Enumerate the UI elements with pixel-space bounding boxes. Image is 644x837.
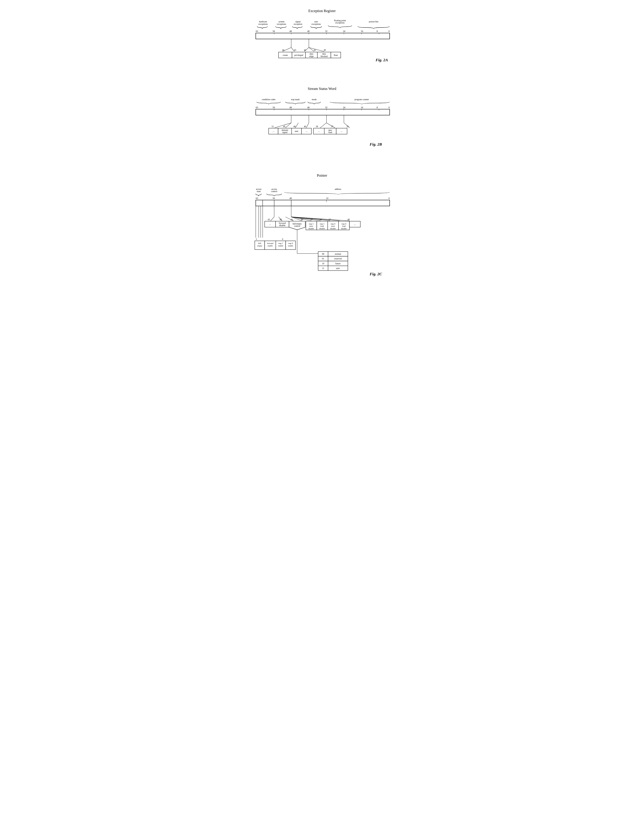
- svg-line-82: [326, 123, 335, 128]
- svg-text:user: user: [295, 130, 298, 132]
- svg-text:disable: disable: [308, 227, 314, 230]
- svg-text:condition codes: condition codes: [262, 98, 276, 101]
- svg-text:empty: empty: [257, 245, 262, 247]
- svg-text:privileged: privileged: [294, 54, 303, 56]
- svg-line-75: [274, 123, 291, 128]
- svg-text:8: 8: [376, 30, 378, 33]
- svg-text:hardware: hardware: [259, 20, 267, 23]
- svg-text:trap 1: trap 1: [278, 242, 283, 245]
- svg-line-34: [309, 48, 324, 51]
- svg-text:61: 61: [291, 218, 293, 221]
- fig2c-title: Pointer: [253, 174, 391, 177]
- svg-text:48: 48: [289, 30, 292, 33]
- svg-text:full/empty: full/empty: [292, 223, 302, 225]
- fig2b-section: Stream Status Word condition codes trap …: [246, 82, 398, 169]
- svg-text:program counter: program counter: [354, 98, 369, 101]
- svg-text:store: store: [331, 225, 335, 227]
- svg-text:domain: domain: [281, 129, 288, 131]
- svg-text:system: system: [278, 20, 284, 23]
- svg-text:disable: disable: [330, 227, 336, 230]
- svg-text:exception: exception: [294, 23, 302, 25]
- svg-rect-117: [256, 200, 390, 206]
- svg-text:57: 57: [329, 218, 331, 221]
- svg-rect-65: [256, 109, 390, 115]
- svg-text:24: 24: [343, 30, 345, 33]
- svg-text:32: 32: [326, 197, 329, 199]
- svg-line-77: [295, 123, 298, 128]
- svg-text:disable: disable: [341, 227, 347, 230]
- svg-text:trap mask: trap mask: [291, 98, 299, 101]
- svg-text:disable: disable: [319, 227, 325, 230]
- svg-text:signal: signal: [295, 20, 301, 23]
- svg-text:...: ...: [318, 130, 319, 132]
- svg-text:51: 51: [271, 125, 274, 128]
- svg-text:load: load: [342, 225, 346, 227]
- svg-text:56: 56: [273, 197, 275, 199]
- svg-text:16: 16: [361, 30, 363, 33]
- svg-text:sync: sync: [336, 267, 340, 269]
- svg-text:data: data: [310, 53, 314, 55]
- svg-text:address: address: [335, 188, 341, 190]
- svg-text:user: user: [314, 20, 318, 23]
- svg-text:mode: mode: [312, 98, 317, 101]
- svg-text:41: 41: [314, 49, 316, 51]
- svg-text:37: 37: [331, 125, 333, 128]
- svg-text:40: 40: [307, 106, 310, 109]
- svg-text:0: 0: [388, 197, 389, 199]
- svg-text:future: future: [335, 262, 340, 265]
- svg-text:spec: spec: [328, 129, 332, 131]
- svg-text:48: 48: [289, 197, 292, 199]
- svg-text:44: 44: [282, 49, 284, 51]
- svg-line-78: [306, 123, 309, 128]
- svg-text:poison bits: poison bits: [369, 20, 378, 23]
- svg-text:exceptions: exceptions: [277, 23, 286, 25]
- svg-text:access: access: [256, 188, 261, 190]
- svg-text:reserved: reserved: [334, 258, 342, 260]
- svg-text:00: 00: [322, 253, 324, 255]
- fig2a-section: Exception Register hardware exceptions s…: [246, 5, 398, 82]
- svg-text:56: 56: [273, 106, 275, 109]
- svg-line-128: [270, 217, 274, 221]
- svg-text:trap 1: trap 1: [309, 223, 314, 225]
- svg-text:...: ...: [306, 130, 307, 132]
- svg-text:trap 0: trap 0: [342, 223, 346, 225]
- svg-text:16: 16: [361, 106, 363, 109]
- svg-text:62: 62: [279, 218, 282, 221]
- svg-text:40: 40: [304, 125, 306, 128]
- svg-text:43: 43: [294, 49, 296, 51]
- svg-text:11: 11: [322, 267, 324, 269]
- svg-text:8: 8: [376, 106, 378, 109]
- fig2b-label: Fig. 2B: [369, 142, 382, 146]
- svg-text:enable: enable: [268, 245, 273, 247]
- svg-text:48: 48: [347, 218, 350, 221]
- svg-text:load: load: [320, 225, 324, 227]
- svg-text:63: 63: [268, 218, 270, 221]
- svg-text:0: 0: [388, 106, 389, 109]
- svg-text:63: 63: [256, 197, 258, 199]
- svg-text:state: state: [256, 190, 261, 192]
- svg-text:59: 59: [310, 218, 312, 221]
- fig2c-section: Pointer access state access control addr…: [246, 169, 398, 296]
- svg-text:create: create: [283, 54, 288, 56]
- svg-text:control: control: [294, 225, 300, 227]
- svg-text:exceptions: exceptions: [258, 23, 268, 25]
- svg-text:float: float: [334, 54, 338, 56]
- fig2c-label: Fig. 2C: [369, 272, 382, 276]
- svg-text:10: 10: [322, 262, 324, 265]
- svg-text:load: load: [328, 131, 332, 133]
- svg-text:...: ...: [273, 130, 274, 132]
- svg-text:signal: signal: [282, 131, 288, 133]
- svg-text:access: access: [271, 188, 277, 190]
- svg-text:...: ...: [269, 223, 271, 225]
- svg-text:disable: disable: [279, 224, 286, 226]
- svg-text:...: ...: [340, 130, 342, 132]
- fig2b-diagram: condition codes trap mask mode program c…: [253, 93, 391, 164]
- svg-line-81: [320, 123, 326, 128]
- svg-text:32: 32: [325, 30, 327, 33]
- fig2a-diagram: hardware exceptions system exceptions si…: [253, 15, 391, 78]
- svg-text:40: 40: [307, 30, 310, 33]
- svg-text:60: 60: [301, 218, 303, 221]
- svg-text:exceptions: exceptions: [311, 23, 321, 25]
- svg-text:enable: enable: [288, 245, 293, 247]
- svg-text:40: 40: [324, 49, 326, 51]
